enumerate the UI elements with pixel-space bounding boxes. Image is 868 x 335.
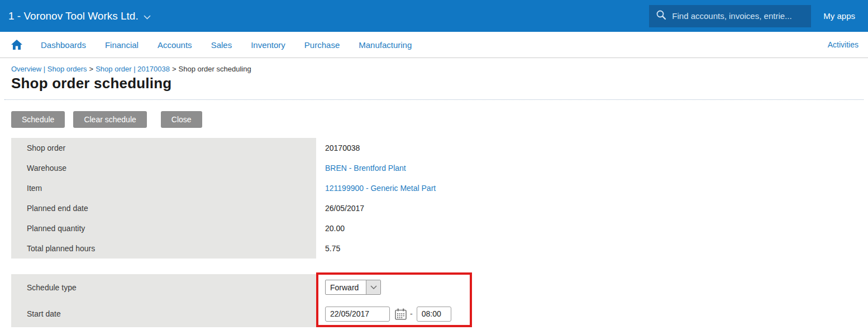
company-name: 1 - Voronov Tool Works Ltd. (8, 10, 139, 22)
warehouse-label: Warehouse (11, 158, 316, 178)
breadcrumb-current: Shop order scheduling (179, 65, 251, 73)
main-nav: Dashboards Financial Accounts Sales Inve… (0, 32, 868, 58)
page-title: Shop order scheduling (11, 75, 868, 92)
search-input[interactable] (672, 11, 804, 21)
table-row: Warehouse BREN - Brentford Plant (11, 158, 868, 178)
schedule-type-selected-value: Forward (326, 280, 366, 294)
schedule-button[interactable]: Schedule (11, 111, 65, 128)
total-planned-hours-label: Total planned hours (11, 238, 316, 259)
search-icon (656, 9, 672, 22)
start-time-input[interactable] (417, 307, 451, 322)
nav-item-financial[interactable]: Financial (105, 40, 139, 50)
toolbar: Schedule Clear schedule Close (11, 111, 868, 128)
total-planned-hours-value: 5.75 (316, 238, 340, 259)
shop-order-details: Shop order 20170038 Warehouse BREN - Bre… (11, 138, 868, 259)
home-icon[interactable] (11, 40, 22, 50)
start-date-label: Start date (11, 300, 316, 327)
page-content: Overview | Shop orders>Shop order | 2017… (0, 58, 868, 327)
start-date-row: Start date - (11, 300, 868, 327)
company-selector[interactable]: 1 - Voronov Tool Works Ltd. (8, 10, 151, 22)
chevron-down-icon (144, 10, 151, 22)
breadcrumb: Overview | Shop orders>Shop order | 2017… (11, 65, 868, 73)
breadcrumb-separator: > (172, 65, 177, 73)
planned-end-date-label: Planned end date (11, 198, 316, 218)
schedule-type-row: Schedule type Forward (11, 274, 868, 300)
breadcrumb-link-shop-order[interactable]: Shop order | 20170038 (96, 65, 170, 73)
dotted-divider (4, 99, 864, 100)
nav-item-inventory[interactable]: Inventory (251, 40, 285, 50)
my-apps-button[interactable]: My apps (819, 11, 860, 21)
table-row: Planned end date 26/05/2017 (11, 198, 868, 218)
start-date-input[interactable] (325, 307, 390, 322)
nav-item-purchase[interactable]: Purchase (304, 40, 340, 50)
nav-item-dashboards[interactable]: Dashboards (41, 40, 86, 50)
chevron-down-icon[interactable] (366, 280, 380, 294)
planned-quantity-label: Planned quantity (11, 218, 316, 238)
item-link[interactable]: 121199900 - Generic Metal Part (316, 178, 436, 198)
top-bar: 1 - Voronov Tool Works Ltd. My apps (0, 0, 868, 32)
table-row: Shop order 20170038 (11, 138, 868, 158)
item-label: Item (11, 178, 316, 198)
nav-item-manufacturing[interactable]: Manufacturing (359, 40, 412, 50)
schedule-type-select[interactable]: Forward (325, 280, 381, 295)
calendar-icon[interactable] (395, 308, 407, 320)
planned-end-date-value: 26/05/2017 (316, 198, 364, 218)
nav-items: Dashboards Financial Accounts Sales Inve… (41, 40, 412, 50)
close-button[interactable]: Close (161, 111, 202, 128)
nav-item-sales[interactable]: Sales (211, 40, 232, 50)
date-time-separator: - (410, 309, 413, 318)
schedule-form-section: Schedule type Forward Start date (11, 274, 868, 327)
planned-quantity-value: 20.00 (316, 218, 345, 238)
warehouse-link[interactable]: BREN - Brentford Plant (316, 158, 406, 178)
nav-item-accounts[interactable]: Accounts (158, 40, 192, 50)
table-row: Total planned hours 5.75 (11, 238, 868, 259)
shop-order-label: Shop order (11, 138, 316, 158)
breadcrumb-separator: > (89, 65, 94, 73)
global-search-box[interactable] (649, 5, 811, 27)
table-row: Planned quantity 20.00 (11, 218, 868, 238)
shop-order-value: 20170038 (316, 138, 360, 158)
table-row: Item 121199900 - Generic Metal Part (11, 178, 868, 198)
activities-link[interactable]: Activities (828, 40, 859, 49)
clear-schedule-button[interactable]: Clear schedule (73, 111, 146, 128)
schedule-type-label: Schedule type (11, 274, 316, 300)
breadcrumb-link-overview-shop-orders[interactable]: Overview | Shop orders (11, 65, 87, 73)
